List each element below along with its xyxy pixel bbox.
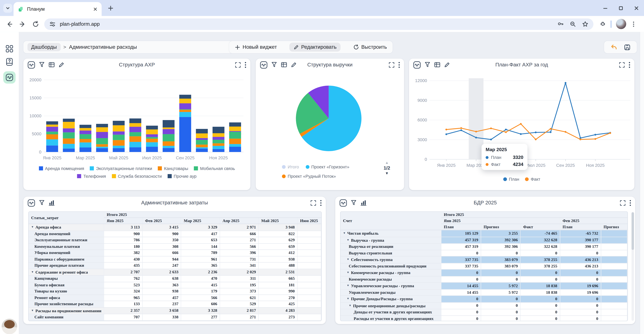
svg-text:Июл 2025: Июл 2025 xyxy=(526,163,545,168)
edit-widget-icon[interactable] xyxy=(444,62,450,68)
zoom-out-icon[interactable] xyxy=(570,21,576,27)
bookmark-star-icon[interactable] xyxy=(582,21,588,27)
table-row: Аренда помещений900900417666822 xyxy=(29,231,321,237)
breadcrumb-dashboards[interactable]: Дашборды xyxy=(28,43,60,51)
legend-item[interactable]: Проект «Горизонт» xyxy=(306,164,349,169)
widget-type-icon[interactable] xyxy=(260,61,268,69)
dashboard-actions: Новый виджет Редактировать Выстроить xyxy=(229,41,392,53)
table-row[interactable]: ▼Чистая прибыль105 1293 255-74 465-65 73… xyxy=(340,230,627,237)
table-row[interactable]: ▼Расходы на продвижение компании2 3573 6… xyxy=(29,307,321,314)
chart-view-icon[interactable] xyxy=(48,200,55,206)
page-scrollbar[interactable] xyxy=(640,32,644,334)
new-widget-button[interactable]: Новый виджет xyxy=(235,44,277,50)
window-minimize-icon[interactable] xyxy=(602,5,608,11)
browser-tab[interactable]: Планум ✕ xyxy=(14,2,102,16)
widget-menu-kebab-icon[interactable] xyxy=(245,62,246,68)
filter-icon[interactable] xyxy=(38,200,45,206)
save-icon[interactable] xyxy=(624,44,631,51)
table-scrollbar[interactable] xyxy=(632,212,634,321)
legend-item[interactable]: Итого xyxy=(282,164,299,169)
edit-widget-icon[interactable] xyxy=(58,62,64,68)
table-row: Себестоимость реализованной продукции337… xyxy=(340,263,627,269)
filter-icon[interactable] xyxy=(424,61,431,68)
legend-item[interactable]: Прочие аур xyxy=(168,174,196,179)
svg-text:10000: 10000 xyxy=(30,113,42,118)
tab-close-icon[interactable]: ✕ xyxy=(93,6,98,11)
legend-item[interactable]: План xyxy=(503,177,519,182)
new-tab-button[interactable] xyxy=(106,4,115,12)
undo-icon[interactable] xyxy=(610,43,618,51)
pager-down-icon[interactable]: ▼ xyxy=(385,171,389,176)
table-row[interactable]: ▼Себестоимость группа337 735383 079378 2… xyxy=(340,256,627,263)
bar-chart-legend: Аренда помещенияЭксплуатационные платежи… xyxy=(30,166,244,179)
table-row: Уборка помещений382666789396412 xyxy=(29,250,321,256)
table-view-icon[interactable] xyxy=(434,61,440,68)
widget-type-icon[interactable] xyxy=(28,199,35,207)
browser-menu-kebab-icon[interactable] xyxy=(630,21,637,27)
dashboard-area: Дашборды > Административные расходы Новы… xyxy=(0,32,640,334)
breadcrumb: Дашборды > Административные расходы xyxy=(24,41,233,53)
password-key-icon[interactable] xyxy=(557,21,564,27)
fullscreen-icon[interactable] xyxy=(620,200,626,206)
widget-menu-kebab-icon[interactable] xyxy=(398,62,400,68)
edit-button[interactable]: Редактировать xyxy=(289,42,341,52)
fullscreen-icon[interactable] xyxy=(235,62,241,68)
legend-item[interactable]: Эксплуатационные платежи xyxy=(90,166,152,171)
tab-title: Планум xyxy=(27,6,93,12)
widget-menu-kebab-icon[interactable] xyxy=(320,200,322,206)
widget-type-icon[interactable] xyxy=(413,61,421,69)
window-maximize-icon[interactable] xyxy=(618,5,624,11)
legend-item[interactable]: Телефония xyxy=(77,174,106,179)
pager-up-icon[interactable]: ▲ xyxy=(385,160,389,165)
legend-item[interactable]: Проект «Рудный Поток» xyxy=(282,174,336,179)
widget-menu-kebab-icon[interactable] xyxy=(629,62,630,68)
back-icon[interactable] xyxy=(6,20,13,28)
pie-chart[interactable] xyxy=(256,72,404,157)
filter-icon[interactable] xyxy=(350,200,357,206)
extensions-icon[interactable] xyxy=(599,21,606,27)
arrange-button[interactable]: Выстроить xyxy=(353,44,387,50)
site-settings-icon[interactable] xyxy=(49,21,56,27)
widget-type-icon[interactable] xyxy=(339,199,347,207)
legend-pager: ▲ 1/2 ▼ xyxy=(384,160,390,176)
table-row[interactable]: ▼Прочие Доходы/Расходы - группа0000 xyxy=(340,296,627,302)
stacked-bar-chart[interactable]: 05000100001500020000Янв 2025Мар 2025Май … xyxy=(24,72,250,164)
url-bar[interactable]: plan-platform.app xyxy=(44,18,593,30)
fullscreen-icon[interactable] xyxy=(310,200,316,206)
table-view-icon[interactable] xyxy=(48,61,55,68)
widget-menu-kebab-icon[interactable] xyxy=(630,200,631,206)
fullscreen-icon[interactable] xyxy=(388,62,394,68)
browser-profile-avatar[interactable] xyxy=(616,19,626,29)
table-row[interactable]: ▼Содержание и ремонт офиса2 7072 6332 23… xyxy=(29,269,321,276)
legend-item[interactable]: Канцтовары xyxy=(158,166,188,171)
admin-costs-table[interactable]: Статьи_затратИтого 2025Янв 2025Фев 2025М… xyxy=(28,211,322,321)
table-row: Товары на кухню324938179373990 xyxy=(29,288,321,295)
legend-item[interactable]: Служба безопасности xyxy=(112,174,162,179)
table-row[interactable]: ▼Коммерческие расходы - группа0000 xyxy=(340,269,627,276)
table-row[interactable]: ▼Управленческие расходы - группа14 4555 … xyxy=(340,283,627,289)
bdr-table[interactable]: СчетИтого 2025Янв 2025Фев 2025ПланПрогно… xyxy=(340,211,628,321)
window-close-icon[interactable] xyxy=(634,5,639,11)
chart-view-icon[interactable] xyxy=(360,200,367,206)
filter-icon[interactable] xyxy=(271,61,278,68)
table-row: Коммунальные платежи180308144566659 xyxy=(29,243,321,250)
table-row[interactable]: ▼Аренда офиса3 1133 4153 3292 9713 948 xyxy=(29,224,321,231)
svg-text:20000: 20000 xyxy=(30,77,42,82)
edit-widget-icon[interactable] xyxy=(290,62,297,68)
url-text[interactable]: plan-platform.app xyxy=(60,21,552,27)
filter-icon[interactable] xyxy=(38,61,45,68)
widget-type-icon[interactable] xyxy=(28,61,35,69)
legend-item[interactable]: Мобильная связь xyxy=(194,166,235,171)
table-view-icon[interactable] xyxy=(281,61,287,68)
tab-search-chevron-icon[interactable] xyxy=(3,4,12,13)
legend-item[interactable]: Факт xyxy=(525,177,540,182)
table-row[interactable]: ▼Выручка - группа457 319392 306322 62839… xyxy=(340,237,627,243)
table-row: Управленческие расходы14 4555 97218 8381… xyxy=(340,289,627,296)
rearrange-icon xyxy=(353,44,359,50)
fullscreen-icon[interactable] xyxy=(619,62,625,68)
legend-item[interactable]: Аренда помещения xyxy=(39,166,84,171)
forward-icon[interactable] xyxy=(19,20,26,28)
reload-icon[interactable] xyxy=(32,20,39,28)
widget-table-bdr: БДР 2025 СчетИтого 2025Янв 2025Фев 2025П… xyxy=(335,197,635,324)
table-row[interactable]: ▼Прочие операционные доходы/расходы0000 xyxy=(340,302,627,309)
